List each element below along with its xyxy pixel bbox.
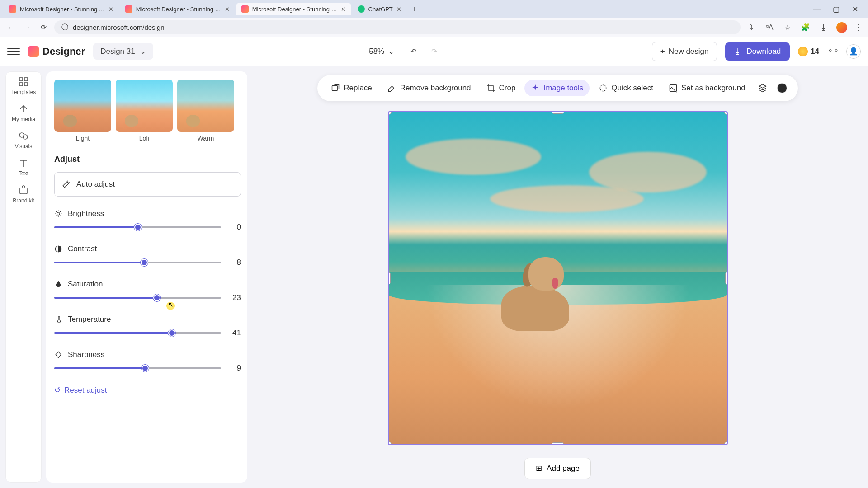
sidebar-item-brandkit[interactable]: Brand kit (13, 185, 34, 204)
replace-icon (331, 84, 340, 93)
filter-thumbnail (116, 80, 173, 132)
crop-button[interactable]: Crop (480, 80, 522, 96)
slider-thumb[interactable] (141, 259, 148, 266)
close-window-icon[interactable]: ✕ (851, 5, 859, 13)
browser-tab[interactable]: ChatGPT ✕ (352, 3, 407, 15)
adjust-panel: Light Lofi Warm Adjust Auto adjust Brigh… (46, 71, 247, 483)
install-app-icon[interactable]: ⤵ (746, 22, 757, 33)
download-icon: ⭳ (734, 47, 742, 56)
slider-thumb[interactable] (153, 294, 160, 301)
add-page-button[interactable]: ⊞ Add page (524, 458, 591, 479)
auto-adjust-button[interactable]: Auto adjust (54, 172, 241, 197)
download-button[interactable]: ⭳ Download (725, 42, 790, 61)
slider-thumb[interactable] (134, 224, 142, 231)
browser-menu-icon[interactable]: ⋮ (854, 22, 863, 33)
sidebar-item-visuals[interactable]: Visuals (15, 131, 32, 150)
resize-handle-bottom-mid[interactable] (552, 442, 564, 445)
url-text: designer.microsoft.com/design (73, 23, 165, 31)
contrast-icon (54, 245, 62, 253)
slider-track[interactable] (54, 367, 221, 369)
new-tab-button[interactable]: + (408, 3, 422, 16)
image-tools-button[interactable]: Image tools (524, 80, 590, 96)
sidebar-item-label: Templates (11, 89, 36, 95)
reload-icon[interactable]: ⟳ (38, 22, 49, 33)
browser-tab-active[interactable]: Microsoft Designer - Stunning … ✕ (236, 3, 351, 15)
back-icon[interactable]: ← (5, 22, 16, 33)
remove-background-button[interactable]: Remove background (381, 80, 477, 96)
reset-adjust-link[interactable]: ↺ Reset adjust (54, 385, 241, 395)
site-info-icon[interactable]: ⓘ (61, 23, 68, 32)
canvas-area: Replace Remove background Crop Image too… (247, 66, 868, 488)
quick-select-button[interactable]: Quick select (592, 80, 660, 96)
slider-thumb[interactable] (168, 329, 175, 337)
sidebar-item-text[interactable]: Text (18, 158, 29, 177)
slider-value: 0 (228, 223, 241, 232)
svg-rect-3 (24, 83, 28, 86)
design-name-dropdown[interactable]: Design 31 ⌄ (93, 43, 153, 60)
resize-handle-mid-left[interactable] (388, 272, 391, 285)
downloads-icon[interactable]: ⭳ (818, 22, 829, 33)
profile-avatar-icon[interactable] (836, 22, 847, 33)
menu-button[interactable] (7, 45, 20, 58)
maximize-icon[interactable]: ▢ (832, 5, 840, 13)
slider-track[interactable] (54, 226, 221, 228)
browser-tab[interactable]: Microsoft Designer - Stunning … ✕ (4, 3, 119, 15)
filter-thumbnail (54, 80, 111, 132)
resize-handle-mid-right[interactable] (725, 272, 728, 285)
resize-handle-top-mid[interactable] (552, 111, 564, 114)
diamond-icon (54, 351, 62, 359)
filter-label: Lofi (139, 135, 150, 142)
close-icon[interactable]: ✕ (396, 6, 401, 13)
sidebar-item-mymedia[interactable]: My media (12, 103, 35, 122)
resize-handle-top-left[interactable] (388, 111, 392, 115)
undo-button[interactable]: ↶ (407, 45, 420, 58)
app-logo[interactable]: Designer (28, 46, 85, 57)
extensions-icon[interactable]: 🧩 (800, 22, 811, 33)
filter-preset-lofi[interactable]: Lofi (116, 80, 173, 142)
slider-track[interactable] (54, 332, 221, 334)
filter-label: Light (76, 135, 90, 142)
replace-button[interactable]: Replace (325, 80, 378, 96)
new-design-button[interactable]: + New design (652, 42, 717, 61)
redo-button[interactable]: ↷ (428, 45, 440, 58)
sidebar-item-label: Visuals (15, 143, 32, 150)
color-swatch-button[interactable] (774, 80, 791, 97)
bookmark-icon[interactable]: ☆ (782, 22, 793, 33)
filter-preset-warm[interactable]: Warm (177, 80, 234, 142)
eraser-icon (387, 84, 396, 93)
set-as-background-button[interactable]: Set as background (662, 80, 752, 96)
slider-track[interactable] (54, 297, 221, 299)
adjust-section-title: Adjust (54, 155, 241, 164)
slider-track[interactable] (54, 262, 221, 263)
layers-icon-button[interactable] (755, 80, 771, 96)
layers-icon (758, 84, 767, 93)
share-icon[interactable]: ⚬⚬ (827, 46, 838, 57)
sidebar-item-templates[interactable]: Templates (11, 76, 36, 95)
slider-brightness: Brightness0 (54, 209, 241, 232)
translate-icon[interactable]: ᵍA (764, 22, 775, 33)
browser-tab[interactable]: Microsoft Designer - Stunning … ✕ (120, 3, 235, 15)
resize-handle-bottom-right[interactable] (724, 441, 728, 445)
design-canvas[interactable]: ⟳ (388, 111, 728, 445)
close-icon[interactable]: ✕ (108, 6, 113, 13)
plus-square-icon: ⊞ (536, 464, 542, 473)
zoom-dropdown[interactable]: 58% ⌄ (364, 44, 399, 59)
account-button[interactable]: 👤 (846, 44, 861, 59)
forward-icon[interactable]: → (22, 22, 33, 33)
resize-handle-top-right[interactable] (724, 111, 728, 115)
address-bar: ← → ⟳ ⓘ designer.microsoft.com/design ⤵ … (0, 18, 868, 37)
slider-temperature: Temperature41 (54, 315, 241, 338)
crop-icon (486, 84, 495, 93)
slider-value: 9 (228, 364, 241, 373)
filter-preset-light[interactable]: Light (54, 80, 111, 142)
url-input[interactable]: ⓘ designer.microsoft.com/design (54, 20, 741, 34)
close-icon[interactable]: ✕ (225, 6, 230, 13)
minimize-icon[interactable]: — (813, 5, 821, 13)
filter-presets: Light Lofi Warm (54, 80, 241, 142)
slider-thumb[interactable] (142, 365, 149, 372)
close-icon[interactable]: ✕ (341, 6, 346, 13)
sun-icon (54, 210, 62, 218)
resize-handle-bottom-left[interactable] (388, 441, 392, 445)
svg-rect-9 (332, 85, 338, 91)
credits-counter[interactable]: 14 (798, 47, 819, 56)
